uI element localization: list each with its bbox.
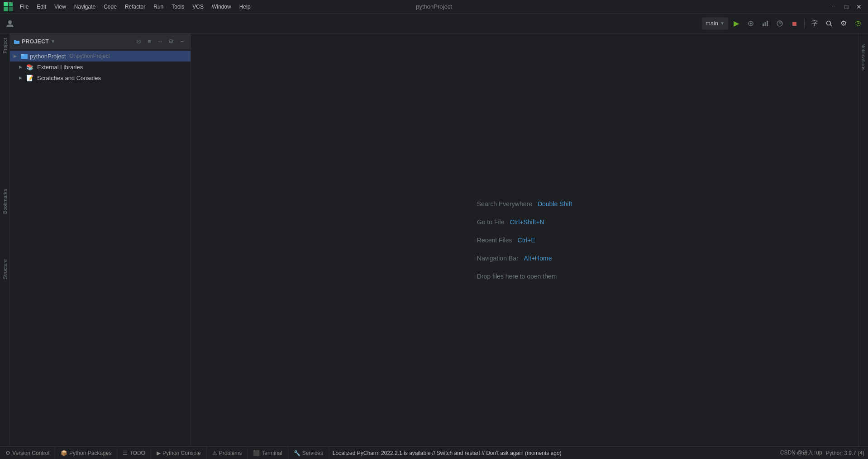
notifications-bar: Notifications — [858, 33, 868, 446]
git-update-icon[interactable] — [852, 17, 864, 30]
tab-todo-label: TODO — [129, 450, 145, 456]
status-bar: ⚙ Version Control 📦 Python Packages ☰ TO… — [0, 446, 868, 459]
tab-terminal[interactable]: ⬛ Terminal — [248, 447, 288, 459]
side-panel: Project ▼ ⊙ ≡ ↔ ⚙ − ▶ pythonProject G:\p… — [10, 33, 191, 446]
structure-label[interactable]: Structure — [0, 255, 10, 284]
csdn-info: CSDN @进入↑up — [780, 449, 822, 457]
external-libraries-icon: 📚 — [26, 64, 33, 71]
tab-problems-label: Problems — [219, 450, 242, 456]
menu-refactor[interactable]: Refactor — [121, 3, 149, 11]
run-config-selector[interactable]: main ▼ — [702, 17, 728, 30]
panel-header: Project ▼ ⊙ ≡ ↔ ⚙ − — [10, 33, 191, 50]
tree-label-pythonproject: pythonProject — [30, 53, 66, 60]
menu-file[interactable]: File — [16, 3, 32, 11]
menu-code[interactable]: Code — [100, 3, 120, 11]
panel-action-locate[interactable]: ⊙ — [134, 37, 143, 47]
shortcut-row-3: Recent Files Ctrl+E — [477, 237, 535, 244]
maximize-button[interactable]: □ — [841, 1, 852, 12]
services-icon: 🔧 — [294, 450, 300, 456]
bookmarks-label[interactable]: Bookmarks — [0, 185, 10, 218]
menu-view[interactable]: View — [51, 3, 70, 11]
shortcut-key-4[interactable]: Alt+Home — [524, 255, 552, 262]
menu-edit[interactable]: Edit — [33, 3, 50, 11]
panel-action-collapse[interactable]: ≡ — [144, 37, 154, 47]
run-button[interactable]: ▶ — [730, 17, 743, 30]
run-config-arrow-icon: ▼ — [720, 21, 725, 26]
translate-icon[interactable]: 字 — [808, 17, 821, 30]
tab-terminal-label: Terminal — [262, 450, 282, 456]
status-tabs: ⚙ Version Control 📦 Python Packages ☰ TO… — [0, 447, 329, 459]
menu-run[interactable]: Run — [150, 3, 167, 11]
run-config-label: main — [706, 20, 718, 27]
svg-point-11 — [827, 21, 831, 25]
tree-path-pythonproject: G:\pythonProject — [70, 53, 110, 59]
menu-vcs[interactable]: VCS — [189, 3, 207, 11]
tab-python-packages-label: Python Packages — [69, 450, 111, 456]
minimize-button[interactable]: − — [828, 1, 839, 12]
shortcut-key-2[interactable]: Ctrl+Shift+N — [510, 218, 544, 226]
tree-item-scratches[interactable]: ▶ 📝 Scratches and Consoles — [10, 72, 191, 83]
todo-icon: ☰ — [123, 450, 128, 456]
toolbar: main ▼ ▶ ⏹ 字 ⚙ — [0, 14, 868, 33]
shortcut-key-1[interactable]: Double Shift — [538, 200, 572, 208]
menu-window[interactable]: Window — [208, 3, 235, 11]
status-message: Localized PyCharm 2022.2.1 is available … — [329, 450, 777, 456]
profile-button[interactable] — [773, 17, 786, 30]
shortcut-key-3[interactable]: Ctrl+E — [518, 237, 535, 244]
settings-icon[interactable]: ⚙ — [837, 17, 850, 30]
panel-dropdown-icon[interactable]: ▼ — [51, 39, 55, 44]
tree-item-external-libraries[interactable]: ▶ 📚 External Libraries — [10, 62, 191, 72]
coverage-button[interactable] — [759, 17, 772, 30]
project-label[interactable]: Project — [0, 33, 10, 58]
svg-rect-15 — [21, 54, 24, 56]
window-title: pythonProject — [416, 3, 452, 10]
panel-title-section: Project ▼ — [14, 38, 132, 45]
menu-tools[interactable]: Tools — [168, 3, 188, 11]
tree-item-pythonproject[interactable]: ▶ pythonProject G:\pythonProject — [10, 51, 191, 62]
panel-action-minimize[interactable]: − — [177, 37, 187, 47]
toolbar-separator — [804, 19, 805, 28]
shortcut-label-1: Search Everywhere — [477, 200, 532, 208]
panel-actions: ⊙ ≡ ↔ ⚙ − — [134, 37, 187, 47]
stop-button[interactable]: ⏹ — [788, 17, 801, 30]
scratches-icon: 📝 — [26, 75, 33, 81]
welcome-content: Search Everywhere Double Shift Go to Fil… — [477, 200, 572, 280]
shortcut-label-4: Navigation Bar — [477, 255, 519, 262]
tree-label-scratches: Scratches and Consoles — [37, 75, 101, 81]
tree-arrow-icon: ▶ — [14, 54, 19, 58]
shortcut-label-2: Go to File — [477, 218, 505, 226]
svg-rect-1 — [9, 2, 13, 6]
menu-help[interactable]: Help — [236, 3, 254, 11]
tab-services-label: Services — [302, 450, 323, 456]
svg-rect-7 — [763, 24, 764, 26]
status-right: CSDN @进入↑up Python 3.9.7 (4) — [777, 449, 868, 457]
tree-label-external-libraries: External Libraries — [37, 64, 83, 71]
drop-files-row: Drop files here to open them — [477, 273, 557, 280]
debug-button[interactable] — [744, 17, 757, 30]
tab-version-control-label: Version Control — [12, 450, 49, 456]
python-packages-icon: 📦 — [61, 450, 67, 456]
shortcut-label-3: Recent Files — [477, 237, 512, 244]
panel-action-settings[interactable]: ⚙ — [166, 37, 176, 47]
version-control-icon: ⚙ — [5, 450, 10, 456]
svg-rect-9 — [767, 21, 768, 26]
tab-services[interactable]: 🔧 Services — [288, 447, 329, 459]
tab-problems[interactable]: ⚠ Problems — [207, 447, 248, 459]
notifications-label[interactable]: Notifications — [859, 38, 868, 76]
problems-icon: ⚠ — [212, 450, 217, 456]
search-everywhere-icon[interactable] — [823, 17, 835, 30]
folder-project-icon — [21, 53, 28, 59]
python-version[interactable]: Python 3.9.7 (4) — [826, 450, 864, 456]
panel-action-hide[interactable]: ↔ — [155, 37, 165, 47]
tab-version-control[interactable]: ⚙ Version Control — [0, 447, 55, 459]
menu-navigate[interactable]: Navigate — [71, 3, 99, 11]
tab-python-console[interactable]: ▶ Python Console — [151, 447, 207, 459]
tab-todo[interactable]: ☰ TODO — [117, 447, 151, 459]
python-console-icon: ▶ — [157, 450, 161, 456]
tab-python-packages[interactable]: 📦 Python Packages — [55, 447, 117, 459]
panel-title-text: Project — [22, 38, 49, 45]
editor-area: Search Everywhere Double Shift Go to Fil… — [191, 33, 858, 446]
drop-files-text: Drop files here to open them — [477, 273, 557, 280]
close-button[interactable]: ✕ — [854, 1, 864, 12]
user-icon[interactable] — [4, 17, 16, 30]
